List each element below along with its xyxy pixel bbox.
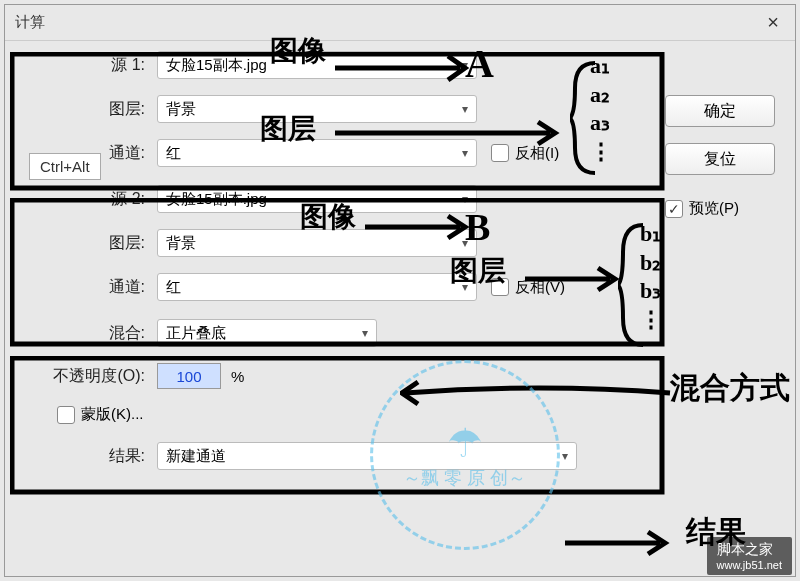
source2-value: 女脸15副本.jpg <box>166 190 267 209</box>
opacity-input[interactable] <box>157 363 221 389</box>
checkbox-icon[interactable] <box>491 144 509 162</box>
footer-url: www.jb51.net <box>717 559 782 571</box>
source1-dropdown[interactable]: 女脸15副本.jpg ▾ <box>157 51 477 79</box>
source2-layer-value: 背景 <box>166 234 196 253</box>
source1-invert-wrap[interactable]: 反相(I) <box>491 144 559 163</box>
titlebar: 计算 × <box>5 5 795 41</box>
caret-icon: ▾ <box>562 449 568 463</box>
preview-wrap[interactable]: 预览(P) <box>665 199 775 218</box>
checkbox-icon[interactable] <box>57 406 75 424</box>
source2-channel-label: 通道: <box>17 277 157 298</box>
button-column: 确定 复位 预览(P) <box>665 95 775 218</box>
result-value: 新建通道 <box>166 447 226 466</box>
source1-layer-value: 背景 <box>166 100 196 119</box>
source2-layer-dropdown[interactable]: 背景 ▾ <box>157 229 477 257</box>
footer-brand: 脚本之家 <box>717 541 773 557</box>
site-watermark: 脚本之家 www.jb51.net <box>707 537 792 575</box>
source2-dropdown[interactable]: 女脸15副本.jpg ▾ <box>157 185 477 213</box>
source1-label: 源 1: <box>17 55 157 76</box>
blend-section: 混合: 正片叠底 ▾ 不透明度(O): % 蒙版(K)... <box>17 319 783 424</box>
source2-label: 源 2: <box>17 189 157 210</box>
blend-label: 混合: <box>17 323 157 344</box>
caret-icon: ▾ <box>462 236 468 250</box>
caret-icon: ▾ <box>462 146 468 160</box>
ok-button[interactable]: 确定 <box>665 95 775 127</box>
caret-icon: ▾ <box>462 58 468 72</box>
blend-dropdown[interactable]: 正片叠底 ▾ <box>157 319 377 347</box>
dialog-content: Ctrl+Alt 源 1: 女脸15副本.jpg ▾ 图层: 背景 ▾ 通道: <box>5 41 795 496</box>
source1-invert-label: 反相(I) <box>515 144 559 163</box>
checkbox-icon[interactable] <box>665 200 683 218</box>
close-icon[interactable]: × <box>761 11 785 34</box>
source2-channel-dropdown[interactable]: 红 ▾ <box>157 273 477 301</box>
source2-invert-label: 反相(V) <box>515 278 565 297</box>
opacity-label: 不透明度(O): <box>17 366 157 387</box>
caret-icon: ▾ <box>362 326 368 340</box>
result-dropdown[interactable]: 新建通道 ▾ <box>157 442 577 470</box>
preview-label: 预览(P) <box>689 199 739 218</box>
shortcut-tooltip: Ctrl+Alt <box>29 153 101 180</box>
source1-channel-value: 红 <box>166 144 181 163</box>
dialog-title: 计算 <box>15 13 45 32</box>
caret-icon: ▾ <box>462 102 468 116</box>
percent-label: % <box>231 368 244 385</box>
mask-wrap[interactable]: 蒙版(K)... <box>57 405 144 424</box>
source2-layer-label: 图层: <box>17 233 157 254</box>
source2-invert-wrap[interactable]: 反相(V) <box>491 278 565 297</box>
caret-icon: ▾ <box>462 192 468 206</box>
caret-icon: ▾ <box>462 280 468 294</box>
source1-value: 女脸15副本.jpg <box>166 56 267 75</box>
mask-label: 蒙版(K)... <box>81 405 144 424</box>
result-label: 结果: <box>17 446 157 467</box>
blend-value: 正片叠底 <box>166 324 226 343</box>
source2-channel-value: 红 <box>166 278 181 297</box>
dialog-window: 计算 × Ctrl+Alt 源 1: 女脸15副本.jpg ▾ 图层: 背景 ▾ <box>4 4 796 577</box>
reset-button[interactable]: 复位 <box>665 143 775 175</box>
source1-layer-dropdown[interactable]: 背景 ▾ <box>157 95 477 123</box>
checkbox-icon[interactable] <box>491 278 509 296</box>
source1-channel-dropdown[interactable]: 红 ▾ <box>157 139 477 167</box>
source1-layer-label: 图层: <box>17 99 157 120</box>
result-row: 结果: 新建通道 ▾ <box>17 442 783 470</box>
